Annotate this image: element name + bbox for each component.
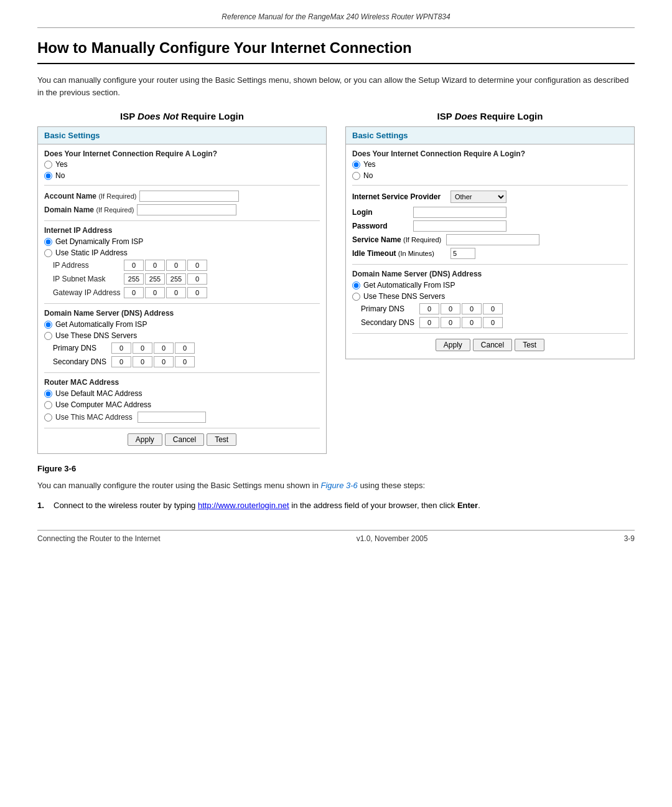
left-computer-mac-label: Use Computer MAC Address [55,400,151,409]
step-1: 1. Connect to the wireless router by typ… [37,499,635,512]
left-secondary-dns-octet-4[interactable] [175,356,195,367]
subnet-octet-2[interactable] [145,273,165,285]
left-static-row[interactable]: Use Static IP Address [44,248,320,257]
left-auto-dns-label: Get Automatically From ISP [55,320,147,329]
ip-address-row: IP Address [44,260,320,271]
step-1-num: 1. [37,499,49,512]
right-primary-dns-octet-2[interactable] [441,303,460,314]
left-primary-dns-octet-2[interactable] [133,342,152,354]
right-no-row[interactable]: No [352,171,628,180]
right-test-button[interactable]: Test [515,339,544,351]
login-row: Login [352,207,628,218]
subnet-octet-4[interactable] [187,273,207,285]
right-secondary-dns-octet-3[interactable] [462,317,482,328]
right-primary-dns-octet-4[interactable] [483,303,503,314]
footer-left: Connecting the Router to the Internet [37,534,160,543]
left-secondary-dns-octet-3[interactable] [154,356,174,367]
ip-octet-2[interactable] [145,260,165,271]
figure-link[interactable]: Figure 3-6 [321,481,358,490]
left-primary-dns-octet-1[interactable] [111,342,131,354]
left-test-button[interactable]: Test [207,433,236,446]
left-cancel-button[interactable]: Cancel [165,433,204,446]
password-input[interactable] [413,220,506,232]
gateway-octet-4[interactable] [187,287,207,298]
right-secondary-dns-label: Secondary DNS [361,318,417,327]
left-these-dns-row[interactable]: Use These DNS Servers [44,331,320,340]
internet-ip-section: Internet IP Address [44,226,320,235]
gateway-row: Gateway IP Address [44,287,320,298]
use-default-mac-row[interactable]: Use Default MAC Address [44,389,320,398]
gateway-octet-1[interactable] [124,287,144,298]
right-yes-row[interactable]: Yes [352,160,628,169]
isp-provider-select[interactable]: Other [450,191,506,203]
right-auto-dns-radio[interactable] [352,281,360,290]
left-get-dynamic-row[interactable]: Get Dynamically From ISP [44,237,320,246]
subnet-octet-1[interactable] [124,273,144,285]
right-yes-radio[interactable] [352,161,360,169]
login-input[interactable] [413,207,506,218]
right-column: ISP Does Require Login Basic Settings Do… [345,111,635,454]
right-secondary-dns-octet-2[interactable] [441,317,460,328]
gateway-octet-3[interactable] [166,287,186,298]
left-auto-dns-radio[interactable] [44,321,52,329]
use-computer-mac-row[interactable]: Use Computer MAC Address [44,400,320,409]
idle-timeout-input[interactable] [450,248,475,259]
step-1-link[interactable]: http://www.routerlogin.net [198,501,289,510]
left-no-label: No [55,171,65,180]
domain-name-label: Domain Name (If Required) [44,205,134,214]
right-auto-dns-row[interactable]: Get Automatically From ISP [352,281,628,290]
right-column-title: ISP Does Require Login [345,111,635,121]
left-column-title: ISP Does Not Require Login [37,111,327,121]
domain-name-row: Domain Name (If Required) [44,204,320,215]
left-auto-dns-row[interactable]: Get Automatically From ISP [44,320,320,329]
left-yes-row[interactable]: Yes [44,160,320,169]
left-secondary-dns-label: Secondary DNS [53,357,109,366]
page-footer: Connecting the Router to the Internet v1… [37,530,635,543]
intro-text: You can manually configure your router u… [37,74,635,98]
idle-timeout-row: Idle Timeout (In Minutes) [352,248,628,259]
right-these-dns-row[interactable]: Use These DNS Servers [352,292,628,301]
ip-octet-4[interactable] [187,260,207,271]
right-dns-section: Domain Name Server (DNS) Address [352,270,628,278]
subnet-octet-3[interactable] [166,273,186,285]
left-default-mac-radio[interactable] [44,390,52,398]
right-cancel-button[interactable]: Cancel [473,339,512,351]
service-name-input[interactable] [446,234,539,245]
left-no-row[interactable]: No [44,171,320,180]
left-this-mac-input[interactable] [138,412,206,423]
isp-provider-row: Internet Service Provider Other [352,191,628,203]
left-static-radio[interactable] [44,249,52,257]
footer-right: 3-9 [624,534,635,543]
right-apply-button[interactable]: Apply [436,339,470,351]
ip-address-label: IP Address [53,261,121,270]
left-apply-button[interactable]: Apply [128,433,162,446]
left-these-dns-radio[interactable] [44,332,52,340]
ip-octet-3[interactable] [166,260,186,271]
right-no-radio[interactable] [352,172,360,180]
left-primary-dns-row: Primary DNS [44,342,320,354]
left-these-dns-label: Use These DNS Servers [55,331,137,340]
left-primary-dns-octet-3[interactable] [154,342,174,354]
left-computer-mac-radio[interactable] [44,401,52,409]
ip-octet-1[interactable] [124,260,144,271]
left-primary-dns-octet-4[interactable] [175,342,195,354]
right-primary-dns-octet-3[interactable] [462,303,482,314]
left-settings-header: Basic Settings [38,127,326,144]
left-no-radio[interactable] [44,172,52,180]
left-dynamic-radio[interactable] [44,238,52,246]
left-this-mac-radio[interactable] [44,413,52,422]
domain-name-input[interactable] [137,204,236,215]
right-primary-dns-label: Primary DNS [361,304,417,313]
left-primary-dns-label: Primary DNS [53,344,109,352]
gateway-octet-2[interactable] [145,287,165,298]
right-these-dns-radio[interactable] [352,293,360,301]
right-secondary-dns-octet-4[interactable] [483,317,503,328]
right-primary-dns-octet-1[interactable] [419,303,439,314]
left-secondary-dns-octet-1[interactable] [111,356,131,367]
right-secondary-dns-octet-1[interactable] [419,317,439,328]
left-secondary-dns-octet-2[interactable] [133,356,152,367]
idle-timeout-label: Idle Timeout (In Minutes) [352,249,446,258]
account-name-input[interactable] [139,191,239,202]
left-static-label: Use Static IP Address [55,248,128,257]
left-yes-radio[interactable] [44,161,52,169]
